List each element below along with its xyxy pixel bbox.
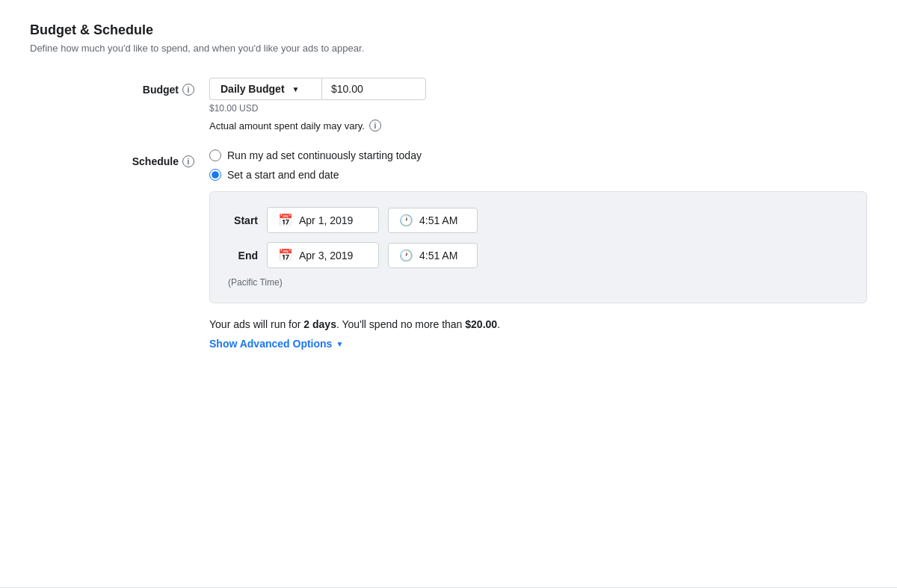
schedule-option-continuous[interactable]: Run my ad set continuously starting toda… — [209, 149, 867, 161]
advanced-chevron-icon: ▼ — [336, 340, 343, 348]
budget-inputs: Daily Budget ▼ — [209, 78, 867, 100]
budget-info-icon[interactable]: i — [182, 84, 194, 96]
start-date-picker[interactable]: 📅 Apr 1, 2019 — [267, 207, 379, 233]
budget-label: Budget i — [45, 78, 209, 96]
actual-amount-note: Actual amount spent daily may vary. i — [209, 120, 867, 131]
budget-row: Budget i Daily Budget ▼ $10.00 USD Actua… — [45, 78, 867, 131]
budget-content: Daily Budget ▼ $10.00 USD Actual amount … — [209, 78, 867, 131]
schedule-info-icon[interactable]: i — [182, 155, 194, 167]
schedule-content: Run my ad set continuously starting toda… — [209, 149, 867, 350]
clock-icon-start: 🕐 — [399, 214, 413, 227]
page-title: Budget & Schedule — [30, 22, 867, 38]
start-time-picker[interactable]: 🕐 4:51 AM — [388, 208, 478, 233]
calendar-icon-end: 📅 — [278, 248, 293, 262]
summary-days: 2 days — [303, 318, 336, 330]
summary-text: Your ads will run for 2 days. You'll spe… — [209, 318, 867, 330]
end-time-picker[interactable]: 🕐 4:51 AM — [388, 243, 478, 268]
clock-icon-end: 🕐 — [399, 249, 413, 262]
budget-amount-input[interactable] — [321, 78, 426, 100]
budget-type-dropdown[interactable]: Daily Budget ▼ — [209, 78, 321, 100]
schedule-row: Schedule i Run my ad set continuously st… — [45, 149, 867, 350]
end-row: End 📅 Apr 3, 2019 🕐 4:51 AM — [228, 242, 848, 268]
schedule-radio-continuous[interactable] — [209, 149, 221, 161]
dropdown-chevron-icon: ▼ — [292, 85, 300, 93]
page-subtitle: Define how much you'd like to spend, and… — [30, 43, 867, 54]
schedule-option-date-range[interactable]: Set a start and end date — [209, 169, 867, 181]
schedule-label: Schedule i — [45, 149, 209, 167]
budget-usd-note: $10.00 USD — [209, 103, 867, 114]
timezone-note: (Pacific Time) — [228, 277, 848, 288]
start-row: Start 📅 Apr 1, 2019 🕐 4:51 AM — [228, 207, 848, 233]
budget-schedule-panel: Budget & Schedule Define how much you'd … — [0, 0, 897, 588]
summary-amount: $20.00 — [465, 318, 497, 330]
schedule-radio-date-range[interactable] — [209, 169, 221, 181]
datetime-box: Start 📅 Apr 1, 2019 🕐 4:51 AM End — [209, 191, 867, 303]
end-date-picker[interactable]: 📅 Apr 3, 2019 — [267, 242, 379, 268]
end-label: End — [228, 250, 258, 261]
calendar-icon-start: 📅 — [278, 213, 293, 227]
actual-amount-info-icon[interactable]: i — [369, 120, 381, 131]
form-area: Budget i Daily Budget ▼ $10.00 USD Actua… — [30, 78, 867, 350]
schedule-options: Run my ad set continuously starting toda… — [209, 149, 867, 181]
show-advanced-options-button[interactable]: Show Advanced Options ▼ — [209, 338, 343, 350]
start-label: Start — [228, 214, 258, 226]
